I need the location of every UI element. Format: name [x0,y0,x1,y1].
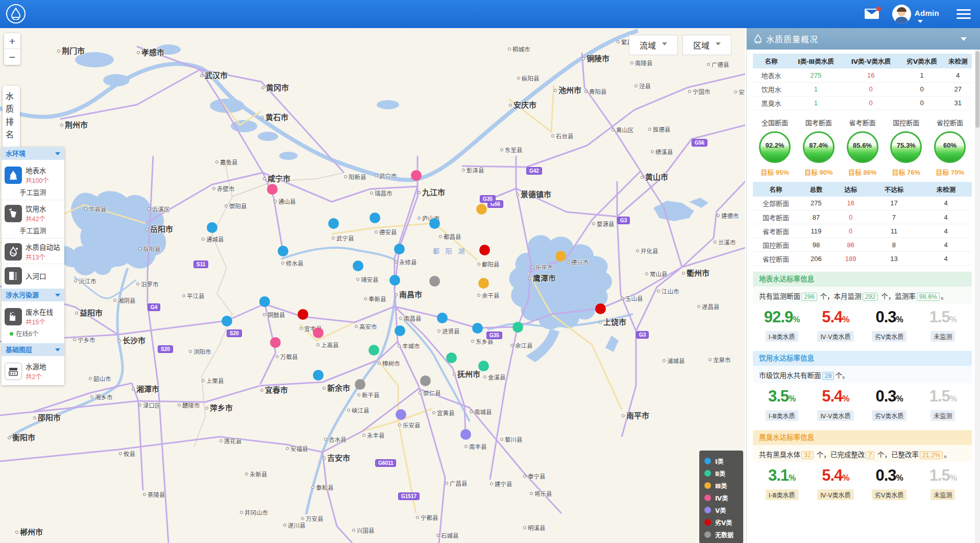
row-value: 4 [920,224,972,238]
city-label: 衡阳市 [8,432,35,442]
factory-icon [5,308,22,325]
station-dot-c1[interactable] [313,370,324,381]
station-dot-c3[interactable] [476,204,487,215]
station-dot-c6[interactable] [595,303,606,314]
water-drop-icon [11,8,21,20]
city-label: 上饶市 [599,316,626,327]
layer-item[interactable]: 水源地共2个 [2,358,64,383]
stat-value: 0.3% [863,387,916,406]
station-dot-c1[interactable] [353,261,363,271]
road-shield: S11 [193,261,208,268]
station-dot-c2[interactable] [512,322,523,333]
layer-item[interactable]: 水质自动站共13个 [2,238,64,264]
station-dot-c2[interactable] [446,352,457,363]
panel-scrollbar[interactable] [975,50,980,543]
avatar[interactable] [892,5,911,23]
station-dot-c6[interactable] [298,309,308,320]
rank-tab[interactable]: 水质排名 [3,86,20,149]
city-label: 宁国市 [688,87,710,96]
rate-section-blue: 饮用水达标率信息市级饮用水共有断面28个。3.5%Ⅰ-Ⅲ类水质5.4%Ⅳ-Ⅴ类水… [753,351,972,427]
menu-icon[interactable] [957,9,971,21]
city-label: 荆州市 [60,119,88,130]
city-label: 莲花县 [219,437,242,445]
station-dot-c0[interactable] [429,276,440,287]
layer-group-header[interactable]: 涉水污染源 [2,289,64,301]
layer-group-title: 基础图层 [6,346,32,353]
station-dot-c1[interactable] [222,316,232,326]
city-label: 岳阳县 [138,245,161,253]
road-shield: G42 [526,167,542,175]
mail-icon[interactable] [865,9,879,19]
station-dot-c0[interactable] [355,379,365,390]
region-dropdown[interactable]: 区域 [682,35,731,55]
layer-item[interactable]: 地表水共100个手工监测 [2,162,64,200]
road-shield: G4 [148,303,160,311]
layer-group-body: 地表水共100个手工监测饮用水共42个手工监测水质自动站共13个入河口 [2,160,64,289]
station-dot-c1[interactable] [437,313,448,323]
station-dot-c0[interactable] [420,375,431,386]
city-label: 彭泽县 [462,166,484,174]
city-label: 建德市 [717,211,739,220]
station-dot-c1[interactable] [472,323,483,334]
scrollbar-thumb[interactable] [975,51,979,128]
station-dot-c1[interactable] [395,325,405,336]
map-legend: Ⅰ类Ⅱ类Ⅲ类Ⅳ类Ⅴ类劣Ⅴ类无数据 [699,451,743,543]
station-dot-c4[interactable] [411,170,422,181]
stat-unit: % [842,474,849,482]
city-label: 上高县 [316,341,339,349]
layer-group-header[interactable]: 水环境 [2,147,64,160]
station-dot-c1[interactable] [278,246,288,256]
zoom-out-button[interactable]: − [4,49,20,65]
section-title[interactable]: 地表水达标率信息 [753,272,972,287]
zoom-in-button[interactable]: + [4,33,20,49]
station-dot-c1[interactable] [394,244,405,254]
layer-item[interactable]: 废水在线共15个在线6个 [2,303,64,341]
estuary-icon [5,267,22,285]
water-quality-icon [754,34,762,43]
desc-chip: 98.6% [917,293,940,301]
layer-item[interactable]: 入河口 [2,264,64,287]
city-label: 浏阳市 [189,347,211,356]
city-label: 安庆市 [509,99,536,110]
station-dot-c3[interactable] [555,251,566,262]
row-name: 饮用水 [753,82,790,96]
station-dot-c5[interactable] [460,429,471,440]
city-label: 通山县 [274,197,296,205]
layer-item[interactable]: 饮用水共42个手工监测 [2,200,64,238]
row-value: 16 [842,68,900,82]
station-dot-c1[interactable] [207,222,217,233]
basin-dropdown[interactable]: 流域 [629,35,678,55]
station-dot-c1[interactable] [389,275,400,286]
app-logo-icon[interactable] [6,4,26,23]
station-dot-c3[interactable] [478,278,489,289]
station-dot-c2[interactable] [478,361,489,371]
station-dot-c6[interactable] [479,245,490,255]
row-value: 4 [920,197,972,210]
city-label: 平江县 [182,292,205,300]
station-dot-c1[interactable] [328,218,339,229]
gauge-target: 目标 90% [798,167,840,177]
station-dot-c1[interactable] [370,213,380,223]
station-dot-c5[interactable] [396,409,406,420]
layer-group-header[interactable]: 基础图层 [2,343,64,356]
station-dot-c4[interactable] [313,327,324,338]
user-menu[interactable]: Admin [915,9,939,26]
station-dot-c4[interactable] [267,184,278,195]
stat-label: Ⅰ-Ⅲ类水质 [766,489,798,500]
section-title[interactable]: 黑臭水达标率信息 [753,430,972,445]
city-label: 玉山县 [621,294,643,302]
city-label: 吉安市 [323,452,350,463]
station-dot-c2[interactable] [369,345,379,356]
stat: 5.4%Ⅳ-Ⅴ类水质 [808,387,862,421]
section-title[interactable]: 饮用水达标率信息 [753,351,972,366]
legend-label: Ⅰ类 [715,457,723,465]
row-value: 119 [799,224,834,238]
station-dot-c4[interactable] [270,337,281,348]
map-canvas[interactable]: 荆门市孝感市武汉市荆州市黄冈市黄石市咸宁市岳阳市益阳市长沙市湘潭市湘乡市宁乡市沅… [0,28,745,543]
table-header-cell: 不达标 [868,182,920,197]
layer-item-title: 水质自动站 [26,242,60,252]
table-row: 地表水2751614 [753,68,972,82]
panel-header[interactable]: 水质质量概况 [747,28,980,50]
station-dot-c1[interactable] [429,218,440,229]
station-dot-c1[interactable] [259,296,270,307]
